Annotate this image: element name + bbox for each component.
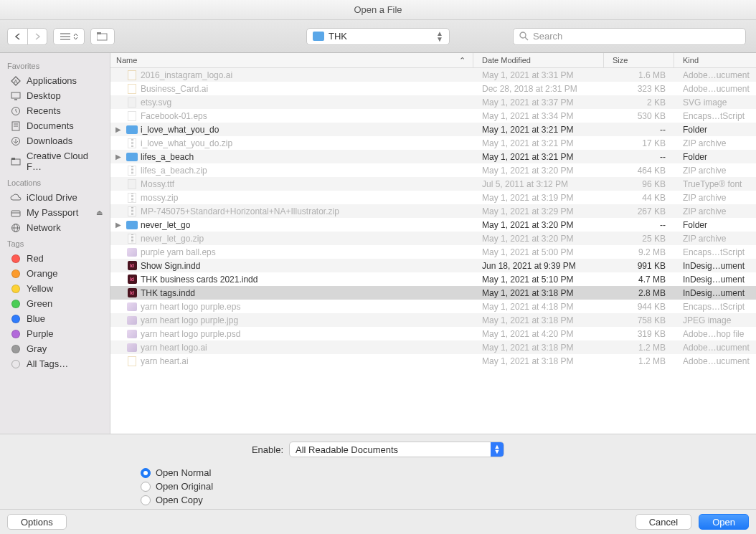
- file-icon: [126, 356, 138, 367]
- file-name: Mossy.ttf: [141, 179, 473, 189]
- radio-button[interactable]: [141, 495, 151, 505]
- file-name: Facebook-01.eps: [141, 111, 473, 121]
- open-mode-radio[interactable]: Open Original: [141, 481, 756, 492]
- file-kind: SVG image: [674, 97, 756, 108]
- file-row[interactable]: ▶never_let_goMay 1, 2021 at 3:20 PM--Fol…: [110, 218, 756, 232]
- tag-icon: [10, 254, 22, 264]
- view-mode-button[interactable]: [53, 28, 85, 45]
- file-row[interactable]: IdTHK tags.inddMay 1, 2021 at 3:18 PM2.8…: [110, 286, 756, 300]
- svg-text:A: A: [14, 78, 18, 85]
- footer: Options Cancel Open: [0, 509, 756, 534]
- sidebar-item-label: Network: [27, 222, 61, 233]
- globe-icon: [10, 223, 22, 233]
- cancel-button[interactable]: Cancel: [635, 514, 691, 530]
- disclosure-triangle[interactable]: ▶: [110, 125, 126, 133]
- file-date: May 1, 2021 at 5:00 PM: [473, 247, 604, 257]
- file-kind: Adobe…ucument: [674, 356, 756, 366]
- file-kind: ZIP archive: [674, 138, 756, 148]
- file-row[interactable]: IdTHK business cards 2021.inddMay 1, 202…: [110, 272, 756, 286]
- file-row[interactable]: IdShow Sign.inddJun 18, 2021 at 9:39 PM9…: [110, 259, 756, 272]
- path-control[interactable]: THK ▲▼: [306, 28, 450, 45]
- col-name[interactable]: Name⌃: [110, 53, 473, 67]
- sidebar-item[interactable]: Network: [0, 220, 110, 235]
- file-size: 1.2 MB: [604, 343, 674, 353]
- file-date: May 1, 2021 at 4:18 PM: [473, 302, 604, 312]
- sidebar-item[interactable]: Recents: [0, 103, 110, 118]
- file-date: Jun 18, 2021 at 9:39 PM: [473, 261, 604, 271]
- eject-icon[interactable]: ⏏: [96, 209, 103, 216]
- tag-icon: [10, 299, 22, 309]
- sidebar-item[interactable]: Documents: [0, 118, 110, 133]
- sidebar-item[interactable]: Downloads: [0, 133, 110, 148]
- svg-rect-16: [11, 158, 15, 160]
- sidebar-item[interactable]: Orange: [0, 266, 110, 281]
- title-bar: Open a File: [0, 0, 756, 20]
- options-button[interactable]: Options: [7, 514, 67, 530]
- file-kind: Adobe…ucument: [674, 84, 756, 94]
- file-row[interactable]: ▶i_love_what_you_doMay 1, 2021 at 3:21 P…: [110, 123, 756, 136]
- file-date: May 1, 2021 at 3:21 PM: [473, 152, 604, 162]
- sidebar-item-label: iCloud Drive: [27, 192, 77, 203]
- file-name: never_let_go: [141, 220, 473, 230]
- file-list[interactable]: 2016_instagram_logo.aiMay 1, 2021 at 3:3…: [110, 68, 756, 434]
- file-size: 267 KB: [604, 206, 674, 216]
- file-icon: [126, 138, 138, 149]
- sidebar-item[interactable]: Blue: [0, 311, 110, 326]
- col-date[interactable]: Date Modified: [473, 53, 604, 67]
- col-size[interactable]: Size: [604, 53, 674, 67]
- open-mode-radio[interactable]: Open Copy: [141, 495, 756, 505]
- radio-button[interactable]: [141, 468, 151, 478]
- sidebar-item[interactable]: My Passport⏏: [0, 205, 110, 220]
- file-date: May 1, 2021 at 3:29 PM: [473, 206, 604, 216]
- chevron-updown-icon: ▲▼: [436, 31, 443, 42]
- sidebar-item-label: Green: [27, 298, 52, 309]
- file-size: 464 KB: [604, 166, 674, 176]
- svg-rect-3: [97, 34, 107, 40]
- open-button[interactable]: Open: [699, 514, 749, 530]
- file-row: never_let_go.zipMay 1, 2021 at 3:20 PM25…: [110, 232, 756, 245]
- sidebar-item[interactable]: Creative Cloud F…: [0, 148, 110, 174]
- group-button[interactable]: [90, 28, 115, 45]
- tag-icon: [10, 329, 22, 339]
- sidebar-item[interactable]: All Tags…: [0, 356, 110, 371]
- sidebar-item-label: Documents: [27, 120, 74, 131]
- sidebar-item-label: My Passport: [27, 207, 78, 218]
- file-size: 25 KB: [604, 234, 674, 244]
- sidebar-item[interactable]: Red: [0, 251, 110, 266]
- file-kind: TrueType® font: [674, 179, 756, 189]
- file-date: May 1, 2021 at 3:19 PM: [473, 193, 604, 203]
- open-mode-radio[interactable]: Open Normal: [141, 467, 756, 478]
- sidebar-item[interactable]: Desktop: [0, 88, 110, 103]
- sidebar-item[interactable]: Purple: [0, 326, 110, 341]
- file-row: Facebook-01.epsMay 1, 2021 at 3:34 PM530…: [110, 109, 756, 123]
- disclosure-triangle[interactable]: ▶: [110, 153, 126, 161]
- sidebar-item[interactable]: Green: [0, 296, 110, 311]
- sidebar-item[interactable]: Yellow: [0, 281, 110, 296]
- file-row[interactable]: ▶lifes_a_beachMay 1, 2021 at 3:21 PM--Fo…: [110, 150, 756, 163]
- back-button[interactable]: [7, 28, 27, 45]
- search-input[interactable]: Search: [513, 28, 746, 45]
- disclosure-triangle[interactable]: ▶: [110, 221, 126, 229]
- sidebar-item-label: Orange: [27, 268, 57, 279]
- sidebar-item[interactable]: iCloud Drive: [0, 190, 110, 205]
- file-kind: Adobe…ucument: [674, 343, 756, 353]
- file-date: May 1, 2021 at 3:20 PM: [473, 166, 604, 176]
- file-icon: [126, 151, 138, 163]
- file-icon: [126, 97, 138, 108]
- forward-button[interactable]: [27, 28, 47, 45]
- doc-icon: [10, 121, 22, 131]
- enable-select[interactable]: All Readable Documents ▲▼: [289, 442, 504, 457]
- col-kind[interactable]: Kind: [674, 53, 756, 67]
- file-date: May 1, 2021 at 3:18 PM: [473, 288, 604, 298]
- file-icon: [126, 192, 138, 204]
- app-icon: A: [10, 76, 22, 86]
- file-row: MP-745075+Standard+Horizontal+NA+Illustr…: [110, 204, 756, 218]
- tag-icon: [10, 344, 22, 354]
- file-name: i_love_what_you_do: [141, 125, 473, 135]
- enable-label: Enable:: [252, 444, 283, 455]
- sidebar-item[interactable]: AApplications: [0, 73, 110, 88]
- file-size: 944 KB: [604, 302, 674, 312]
- file-size: --: [604, 125, 674, 135]
- sidebar-item[interactable]: Gray: [0, 341, 110, 356]
- radio-button[interactable]: [141, 482, 151, 492]
